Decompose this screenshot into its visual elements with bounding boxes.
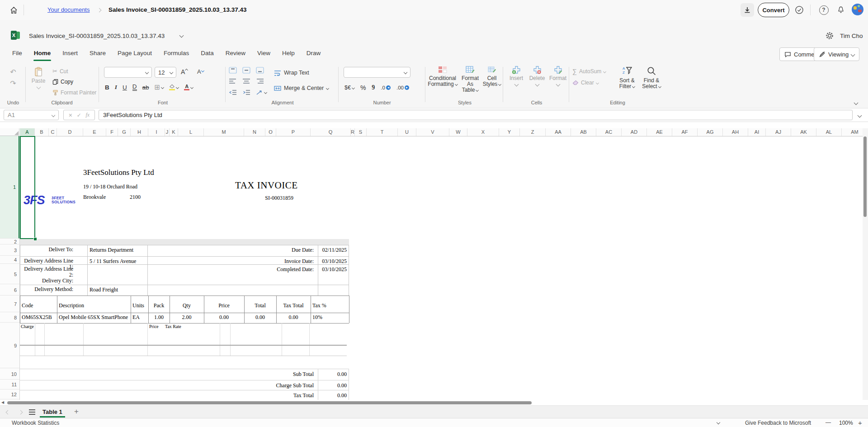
format-as-table-button[interactable]: Format As Table	[458, 66, 482, 93]
delivery-label[interactable]: Deliver To:	[20, 247, 73, 253]
total-value[interactable]: 0.00	[307, 392, 347, 399]
viewing-mode-button[interactable]: Viewing	[814, 47, 859, 61]
delivery-label[interactable]: Delivery Address Line 1:	[20, 258, 73, 270]
menu-tab-help[interactable]: Help	[276, 45, 301, 62]
wrap-text-button[interactable]: Wrap Text	[274, 70, 309, 76]
item-col-header[interactable]: Qty	[170, 302, 204, 309]
menu-tab-file[interactable]: File	[6, 45, 28, 62]
decrease-decimal-button[interactable]: .00►	[396, 85, 409, 90]
next-sheet-chevron-icon[interactable]	[19, 410, 23, 415]
delivery-date-value[interactable]: 03/10/2025	[298, 266, 347, 273]
formula-input[interactable]: 3FeetSolutions Pty Ltd	[99, 110, 853, 120]
item-col-header[interactable]: Price	[204, 302, 244, 309]
charge-header-cell[interactable]: Charge	[21, 324, 33, 329]
align-right-button[interactable]	[256, 78, 264, 84]
horizontal-scrollbar-thumb[interactable]	[7, 401, 532, 404]
convert-button[interactable]: Convert	[758, 3, 789, 17]
copy-button[interactable]: Copy	[52, 79, 73, 85]
column-header-AF[interactable]: AF	[672, 128, 698, 136]
add-sheet-button[interactable]: +	[74, 407, 79, 416]
vertical-scrollbar[interactable]	[863, 128, 868, 400]
column-header-AH[interactable]: AH	[723, 128, 748, 136]
collapse-ribbon-chevron-icon[interactable]	[854, 101, 859, 105]
column-header-N[interactable]: N	[244, 128, 265, 136]
item-cell[interactable]: 1.00	[148, 314, 170, 321]
menu-tab-formulas[interactable]: Formulas	[158, 45, 195, 62]
redo-icon[interactable]: ↷	[10, 79, 16, 88]
status-options-chevron-icon[interactable]	[717, 421, 720, 424]
settings-gear-icon[interactable]	[825, 31, 835, 41]
column-header-D[interactable]: D	[57, 128, 83, 136]
delivery-date-label[interactable]: Due Date:	[244, 247, 314, 253]
item-col-header[interactable]: Description	[59, 302, 129, 309]
cell-styles-button[interactable]: Cell Styles	[483, 66, 501, 87]
total-label[interactable]: Charge Sub Total	[226, 382, 314, 389]
column-header-E[interactable]: E	[83, 128, 106, 136]
horizontal-scrollbar[interactable]: ◀	[0, 400, 868, 405]
column-header-AG[interactable]: AG	[698, 128, 723, 136]
format-cells-button[interactable]: Format	[548, 66, 568, 86]
merge-center-button[interactable]: Merge & Center	[274, 85, 329, 91]
vertical-scrollbar-thumb[interactable]	[863, 136, 867, 217]
decrease-indent-button[interactable]	[229, 89, 237, 95]
column-header-Y[interactable]: Y	[499, 128, 520, 136]
row-header-2[interactable]: 2	[0, 239, 19, 244]
column-header-V[interactable]: V	[416, 128, 449, 136]
delete-cells-button[interactable]: Delete	[527, 66, 547, 86]
select-all-corner[interactable]	[0, 128, 19, 136]
scroll-left-arrow-icon[interactable]: ◀	[1, 400, 4, 404]
total-value[interactable]: 0.00	[307, 382, 347, 389]
undo-icon[interactable]: ↶	[10, 68, 16, 76]
row-header-5[interactable]: 5	[0, 264, 19, 284]
align-left-button[interactable]	[229, 78, 237, 84]
delivery-value[interactable]: Road Freight	[90, 286, 118, 293]
delivery-label[interactable]: Delivery Address Line 2: Delivery City:	[20, 266, 73, 284]
delivery-date-label[interactable]: Invoice Date:	[244, 258, 314, 265]
delivery-label[interactable]: Delivery Method:	[20, 286, 73, 292]
column-header-B[interactable]: B	[35, 128, 49, 136]
align-top-button[interactable]	[229, 67, 237, 74]
column-header-U[interactable]: U	[398, 128, 416, 136]
column-header-O[interactable]: O	[265, 128, 276, 136]
city-cell[interactable]: Brookvale	[83, 194, 106, 201]
column-header-R[interactable]: R	[351, 128, 355, 136]
row-header-1[interactable]: 1	[0, 136, 19, 239]
align-center-button[interactable]	[242, 78, 250, 84]
feedback-link[interactable]: Give Feedback to Microsoft	[745, 420, 811, 426]
column-header-P[interactable]: P	[276, 128, 311, 136]
column-header-W[interactable]: W	[449, 128, 467, 136]
item-col-header[interactable]: Tax %	[312, 302, 347, 309]
borders-button[interactable]: ⊞	[155, 83, 164, 91]
all-sheets-menu-icon[interactable]	[29, 409, 35, 415]
column-header-AI[interactable]: AI	[748, 128, 766, 136]
increase-decimal-button[interactable]: .0◄	[381, 85, 391, 90]
file-name-chevron-icon[interactable]	[179, 33, 184, 38]
row-header-11[interactable]: 11	[0, 380, 19, 389]
cut-button[interactable]: ✂ Cut	[52, 68, 68, 75]
column-header-X[interactable]: X	[467, 128, 499, 136]
paste-button[interactable]: Paste	[28, 67, 49, 89]
cancel-formula-icon[interactable]: ×	[69, 112, 72, 119]
item-cell[interactable]: 0.00	[204, 314, 244, 321]
item-col-header[interactable]: Pack	[148, 302, 170, 309]
item-cell[interactable]: 10%	[312, 314, 347, 321]
row-header-12[interactable]: 12	[0, 390, 19, 399]
menu-tab-view[interactable]: View	[251, 45, 276, 62]
shrink-font-button[interactable]: A	[197, 68, 204, 75]
column-header-AA[interactable]: AA	[546, 128, 571, 136]
column-header-AD[interactable]: AD	[622, 128, 647, 136]
column-header-S[interactable]: S	[355, 128, 367, 136]
zoom-level[interactable]: 100%	[839, 420, 853, 426]
double-underline-button[interactable]: D	[132, 84, 137, 91]
item-cell[interactable]: 2.00	[170, 314, 204, 321]
column-header-J[interactable]: J	[165, 128, 170, 136]
enter-formula-icon[interactable]: ✓	[77, 112, 81, 118]
expand-formula-bar-chevron-icon[interactable]	[858, 113, 862, 118]
menu-tab-data[interactable]: Data	[195, 45, 220, 62]
tax-rate-header-cell[interactable]: Tax Rate	[165, 324, 181, 329]
postcode-cell[interactable]: 2100	[130, 194, 141, 201]
row-header-8[interactable]: 8	[0, 313, 19, 323]
italic-button[interactable]: I	[115, 84, 117, 91]
row-header-10[interactable]: 10	[0, 369, 19, 380]
total-label[interactable]: Tax Total	[226, 392, 314, 399]
